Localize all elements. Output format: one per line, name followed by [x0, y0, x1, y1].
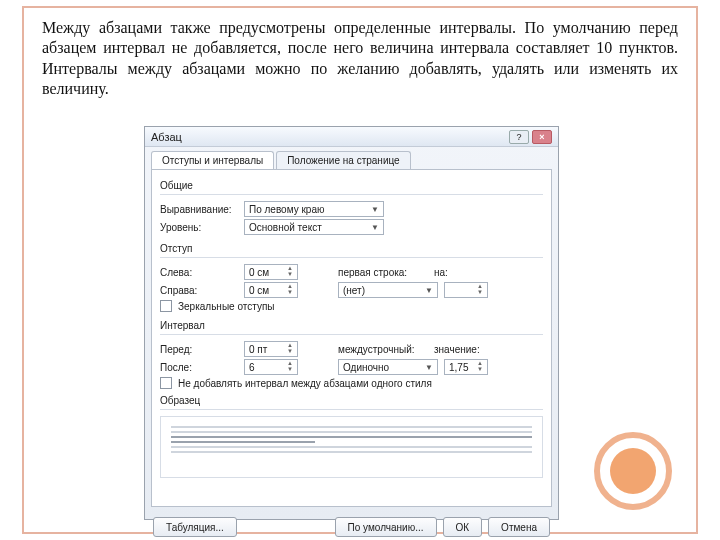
level-combo[interactable]: Основной текст ▼: [244, 219, 384, 235]
align-label: Выравнивание:: [160, 204, 238, 215]
ok-button[interactable]: ОК: [443, 517, 483, 537]
first-line-combo[interactable]: (нет) ▼: [338, 282, 438, 298]
tabs-button[interactable]: Табуляция...: [153, 517, 237, 537]
indent-left-label: Слева:: [160, 267, 238, 278]
tab-indents[interactable]: Отступы и интервалы: [151, 151, 274, 169]
indent-right-input[interactable]: 0 см ▲▼: [244, 282, 298, 298]
before-value: 0 пт: [249, 344, 267, 355]
indent-right-value: 0 см: [249, 285, 269, 296]
align-combo[interactable]: По левому краю ▼: [244, 201, 384, 217]
after-input[interactable]: 6 ▲▼: [244, 359, 298, 375]
dialog-title: Абзац: [151, 131, 182, 143]
titlebar: Абзац ? ×: [145, 127, 558, 147]
level-label: Уровень:: [160, 222, 238, 233]
chevron-down-icon: ▼: [425, 363, 433, 372]
group-general: Общие: [160, 180, 543, 191]
indent-by-label: на:: [434, 267, 464, 278]
paragraph-dialog: Абзац ? × Отступы и интервалы Положение …: [144, 126, 559, 520]
mult-value: 1,75: [449, 362, 468, 373]
line-spacing-value: Одиночно: [343, 362, 389, 373]
indent-right-label: Справа:: [160, 285, 238, 296]
description-paragraph: Между абзацами также предусмотрены опред…: [42, 18, 678, 100]
nospace-checkbox[interactable]: [160, 377, 172, 389]
mult-label: значение:: [434, 344, 484, 355]
indent-by-input[interactable]: ▲▼: [444, 282, 488, 298]
chevron-down-icon: ▼: [371, 223, 379, 232]
preview-box: [160, 416, 543, 478]
after-value: 6: [249, 362, 255, 373]
after-label: После:: [160, 362, 238, 373]
tab-page-position[interactable]: Положение на странице: [276, 151, 410, 169]
line-spacing-label: междустрочный:: [338, 344, 428, 355]
indent-left-value: 0 см: [249, 267, 269, 278]
before-input[interactable]: 0 пт ▲▼: [244, 341, 298, 357]
chevron-down-icon: ▼: [425, 286, 433, 295]
group-sample: Образец: [160, 395, 543, 406]
cancel-button[interactable]: Отмена: [488, 517, 550, 537]
group-indent: Отступ: [160, 243, 543, 254]
group-spacing: Интервал: [160, 320, 543, 331]
nospace-label: Не добавлять интервал между абзацами одн…: [178, 378, 432, 389]
level-value: Основной текст: [249, 222, 322, 233]
default-button[interactable]: По умолчанию...: [335, 517, 437, 537]
before-label: Перед:: [160, 344, 238, 355]
decorative-circles: [594, 432, 672, 510]
indent-left-input[interactable]: 0 см ▲▼: [244, 264, 298, 280]
align-value: По левому краю: [249, 204, 324, 215]
mirror-label: Зеркальные отступы: [178, 301, 275, 312]
mirror-checkbox[interactable]: [160, 300, 172, 312]
mult-input[interactable]: 1,75 ▲▼: [444, 359, 488, 375]
help-button[interactable]: ?: [509, 130, 529, 144]
chevron-down-icon: ▼: [371, 205, 379, 214]
line-spacing-combo[interactable]: Одиночно ▼: [338, 359, 438, 375]
close-button[interactable]: ×: [532, 130, 552, 144]
first-line-label: первая строка:: [338, 267, 428, 278]
first-line-value: (нет): [343, 285, 365, 296]
